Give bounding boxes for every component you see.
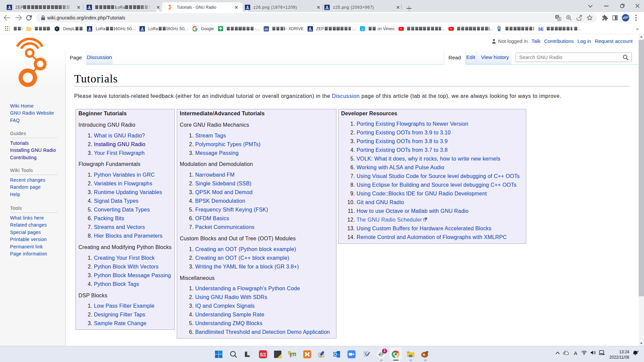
svg-text:v: v (362, 27, 363, 31)
svg-text:z: z (638, 350, 639, 352)
svg-text:co: co (265, 27, 268, 31)
svg-text:SE: SE (538, 26, 543, 31)
